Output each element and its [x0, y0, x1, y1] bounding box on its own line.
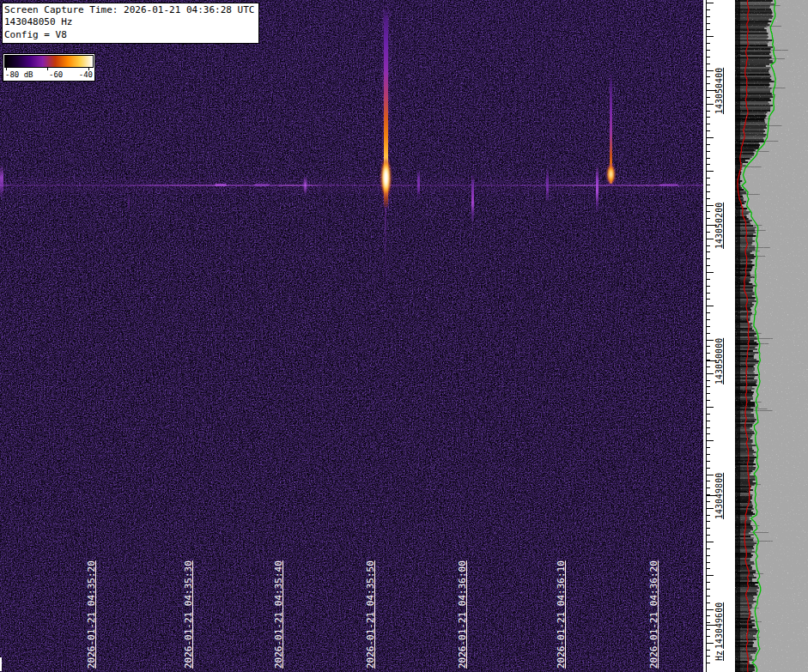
echo-streak-minor-f: [128, 195, 130, 213]
freq-minor-tick: [707, 9, 710, 10]
freq-minor-tick: [707, 373, 714, 374]
freq-minor-tick: [707, 622, 710, 623]
spectrogram-waterfall: 2026-01-21 04:35:202026-01-21 04:35:3020…: [0, 0, 703, 672]
freq-minor-tick: [707, 596, 710, 596]
freq-tick-label: 143050200: [714, 203, 724, 249]
freq-minor-tick: [707, 636, 710, 637]
freq-minor-tick: [707, 340, 714, 341]
freq-minor-tick: [707, 36, 714, 37]
freq-minor-tick: [707, 400, 710, 401]
time-tick-label: 2026-01-21 04:36:20: [648, 560, 659, 669]
freq-minor-tick: [707, 306, 714, 306]
freq-minor-tick: [707, 144, 710, 145]
freq-minor-tick: [707, 299, 710, 300]
echo-streak-minor-a: [417, 169, 420, 200]
freq-minor-tick: [707, 245, 710, 246]
freq-minor-tick: [707, 393, 710, 394]
freq-minor-tick: [707, 76, 710, 77]
freq-minor-tick: [707, 535, 710, 536]
freq-minor-tick: [707, 481, 710, 481]
freq-minor-tick: [707, 602, 710, 603]
config-label: Config = V8: [4, 29, 254, 41]
freq-minor-tick: [707, 151, 710, 152]
time-tick-label: 2026-01-21 04:35:40: [273, 560, 284, 669]
legend-labels: -80 dB -60 -40: [4, 70, 94, 80]
freq-minor-tick: [707, 64, 710, 64]
db-max-label: -40: [79, 70, 93, 79]
freq-minor-tick: [707, 239, 714, 239]
echo-blob-second: [606, 163, 616, 185]
freq-minor-tick: [707, 117, 710, 118]
freq-unit-label: Hz: [714, 651, 724, 661]
freq-minor-tick: [707, 178, 710, 179]
freq-minor-tick: [707, 57, 710, 58]
freq-minor-tick: [707, 50, 710, 51]
freq-minor-tick: [707, 589, 710, 590]
freq-minor-tick: [707, 643, 714, 644]
freq-minor-tick: [707, 656, 710, 657]
freq-minor-tick: [707, 158, 710, 159]
freq-minor-tick: [707, 326, 710, 327]
freq-minor-tick: [707, 508, 714, 509]
echo-streak-left-edge: [0, 165, 3, 197]
freq-minor-tick: [707, 440, 714, 441]
freq-minor-tick: [707, 650, 710, 651]
echo-blob-minor-e: [303, 177, 307, 194]
freq-minor-tick: [707, 232, 710, 233]
freq-minor-tick: [707, 629, 710, 630]
carrier-dash-2: [254, 184, 270, 186]
echo-streak-minor-c: [546, 167, 549, 203]
freq-minor-tick: [707, 258, 710, 259]
db-mid-label: -60: [49, 70, 63, 79]
freq-minor-tick: [707, 265, 710, 266]
freq-minor-tick: [707, 137, 714, 138]
freq-tick-label: 143049800: [714, 473, 724, 519]
freq-minor-tick: [707, 185, 710, 185]
freq-minor-tick: [707, 279, 710, 280]
freq-minor-tick: [707, 427, 710, 428]
screen-capture-window: 2026-01-21 04:35:202026-01-21 04:35:3020…: [0, 0, 808, 672]
carrier-dash-1: [215, 184, 227, 186]
time-tick-label: 2026-01-21 04:36:10: [556, 560, 567, 669]
freq-minor-tick: [707, 211, 710, 212]
freq-minor-tick: [707, 528, 710, 529]
echo-blob-main: [380, 157, 392, 198]
color-scale-legend: -80 dB -60 -40: [3, 53, 95, 82]
freq-minor-tick: [707, 414, 710, 415]
freq-minor-tick: [707, 582, 710, 583]
freq-minor-tick: [707, 366, 710, 367]
freq-minor-tick: [707, 568, 710, 569]
freq-minor-tick: [707, 104, 714, 105]
freq-minor-tick: [707, 205, 714, 206]
freq-minor-tick: [707, 475, 714, 475]
freq-minor-tick: [707, 487, 710, 488]
freq-minor-tick: [707, 164, 710, 165]
freq-minor-tick: [707, 433, 710, 434]
freq-minor-tick: [707, 346, 710, 347]
freq-minor-tick: [707, 286, 710, 287]
capture-time-label: Screen Capture Time: 2026-01-21 04:36:28…: [4, 4, 254, 16]
freq-minor-tick: [707, 380, 710, 381]
freq-minor-tick: [707, 421, 710, 421]
freq-minor-tick: [707, 29, 710, 30]
echo-tail-main: [385, 208, 386, 315]
freq-tick-label: 143050400: [714, 68, 724, 114]
freq-minor-tick: [707, 70, 714, 71]
clipped-label-artifact: [0, 657, 2, 671]
freq-minor-tick: [707, 293, 710, 294]
freq-minor-tick: [707, 130, 710, 131]
freq-minor-tick: [707, 521, 710, 522]
freq-minor-tick: [707, 272, 714, 273]
freq-minor-tick: [707, 501, 710, 502]
spectrum-graph-panel: [735, 0, 808, 672]
freq-minor-tick: [707, 386, 710, 387]
noise-texture: [0, 0, 703, 672]
spectrum-graph: [735, 0, 808, 672]
freq-minor-tick: [707, 83, 710, 84]
freq-minor-tick: [707, 111, 710, 112]
freq-minor-tick: [707, 191, 710, 192]
time-tick-label: 2026-01-21 04:36:00: [457, 560, 468, 669]
freq-minor-tick: [707, 548, 710, 549]
freq-minor-tick: [707, 447, 710, 448]
freq-minor-tick: [707, 515, 710, 516]
